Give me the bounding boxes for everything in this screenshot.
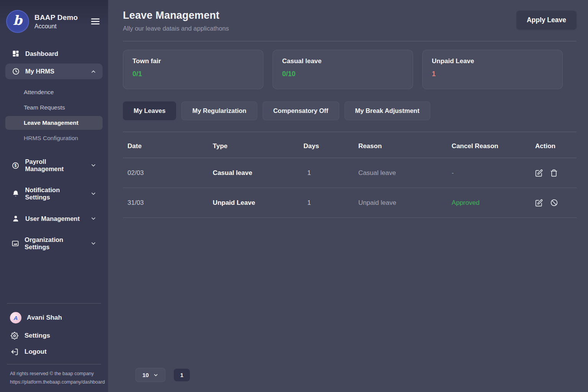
chevron-down-icon [90,216,96,222]
sidebar-item-my-hrms[interactable]: My HRMS [5,64,103,79]
sidebar-item-leave-management[interactable]: Leave Management [5,116,103,130]
payroll-coin-icon: $ [11,162,20,170]
cell-date: 31/03 [127,199,213,207]
hrms-submenu: Attendence Team Requests Leave Managemen… [5,82,103,148]
gear-icon [10,332,19,340]
organization-icon [11,240,19,247]
chevron-up-icon [90,69,96,75]
page-header: Leave Management Ally our leave datais a… [123,0,577,41]
sidebar: b BAAP Demo Account Dashboard My HRMS [0,0,108,392]
sidebar-bottom: A Avani Shah Settings Logout All rights … [0,303,108,392]
sidebar-item-label: Organization Settings [24,236,85,251]
clock-icon [11,67,20,75]
card-title: Unpaid Leave [432,57,553,65]
sidebar-footer: All rights reserved © the baap company h… [5,364,103,387]
brand-title: BAAP Demo [34,13,78,22]
page-size-value: 10 [142,372,149,378]
column-header-reason: Reason [358,142,452,150]
sidebar-item-label: User Management [25,215,80,222]
bell-icon [11,190,20,198]
tab-my-regularization[interactable]: My Regularization [181,101,257,120]
svg-text:$: $ [15,163,17,168]
sidebar-item-user-management[interactable]: User Management [5,211,103,226]
sidebar-nav: Dashboard My HRMS Attendence Team Reques… [0,40,108,257]
avatar: A [10,312,21,323]
leaves-table: Date Type Days Reason Cancel Reason Acti… [123,132,577,218]
sidebar-item-team-requests[interactable]: Team Requests [5,101,103,114]
page-header-text: Leave Management Ally our leave datais a… [123,10,229,32]
sidebar-item-hrms-configuration[interactable]: HRMS Configuration [5,131,103,145]
brand-logo: b [6,10,29,33]
tab-my-break-adjustment[interactable]: My Break Adjustment [345,101,430,120]
column-header-action: Action [535,142,577,150]
cell-days: 1 [304,199,358,207]
settings-button[interactable]: Settings [5,332,103,340]
brand-logo-letter: b [13,14,22,27]
chevron-down-icon [90,191,96,197]
table-row: 02/03 Casual leave 1 Casual leave - [123,158,577,188]
edit-icon[interactable] [535,169,543,177]
card-town-fair: Town fair 0/1 [123,50,263,89]
edit-icon[interactable] [535,199,543,207]
delete-icon[interactable] [550,169,558,177]
sidebar-item-attendence[interactable]: Attendence [5,85,103,99]
column-header-days: Days [304,142,358,150]
sidebar-item-organization-settings[interactable]: Organization Settings [5,232,103,255]
row-actions [535,199,577,207]
brand-subtitle: Account [34,23,78,30]
page-title: Leave Management [123,10,229,21]
sidebar-item-label: Payroll Management [25,158,85,173]
column-header-type: Type [213,142,304,150]
column-header-cancel-reason: Cancel Reason [452,142,535,150]
sidebar-item-payroll-management[interactable]: $ Payroll Management [5,154,103,176]
page-size-select[interactable]: 10 [136,368,165,382]
sidebar-item-label: Notification Settings [25,186,85,201]
main-content: Leave Management Ally our leave datais a… [108,0,588,392]
dashboard-icon [11,50,20,57]
avatar-letter: A [14,315,18,321]
table-row: 31/03 Unpaid Leave 1 Unpaid leave Approv… [123,188,577,218]
sidebar-item-label: My HRMS [25,68,54,75]
cell-cancel-reason: Approved [452,199,535,207]
user-name: Avani Shah [27,314,62,322]
user-profile[interactable]: A Avani Shah [5,304,103,323]
sidebar-item-notification-settings[interactable]: Notification Settings [5,183,103,205]
hamburger-menu-icon[interactable] [90,16,100,26]
column-header-date: Date [127,142,213,150]
cell-type: Unpaid Leave [213,199,304,207]
chevron-down-icon [90,240,96,247]
cancel-ban-icon[interactable] [550,199,558,207]
logout-button[interactable]: Logout [5,348,103,356]
brand-text: BAAP Demo Account [34,13,78,30]
leave-tabs: My Leaves My Regularization Compensatory… [123,101,577,120]
cell-date: 02/03 [127,169,213,177]
cell-days: 1 [304,169,358,177]
sidebar-item-dashboard[interactable]: Dashboard [5,46,103,61]
apply-leave-button[interactable]: Apply Leave [516,11,577,29]
cell-type: Casual leave [213,169,304,177]
card-value: 1 [432,70,553,78]
card-casual-leave: Casual leave 0/10 [273,50,413,89]
card-unpaid-leave: Unpaid Leave 1 [422,50,563,89]
settings-label: Settings [24,332,50,340]
row-actions [535,169,577,177]
cell-reason: Unpaid leave [358,199,452,207]
footer-url: https://platform.thebaap.company/dashboa… [10,378,98,387]
chevron-down-icon [153,372,158,378]
logout-icon [10,348,19,356]
leave-summary-cards: Town fair 0/1 Casual leave 0/10 Unpaid L… [123,50,577,89]
card-value: 0/1 [132,70,254,78]
content-spacer [123,218,577,368]
page-number-button[interactable]: 1 [174,369,190,381]
tab-compensatory-off[interactable]: Compensatory Off [263,101,339,120]
pagination: 10 1 [136,368,577,382]
tab-my-leaves[interactable]: My Leaves [123,101,176,120]
card-value: 0/10 [282,70,403,78]
card-title: Casual leave [282,57,403,65]
page-subtitle: Ally our leave datais and applicathons [123,25,229,32]
cell-cancel-reason: - [452,169,535,177]
cell-reason: Casual leave [358,169,452,177]
table-header-row: Date Type Days Reason Cancel Reason Acti… [123,132,577,158]
logout-label: Logout [24,348,47,356]
copyright-text: All rights reserved © the baap company [10,370,98,378]
